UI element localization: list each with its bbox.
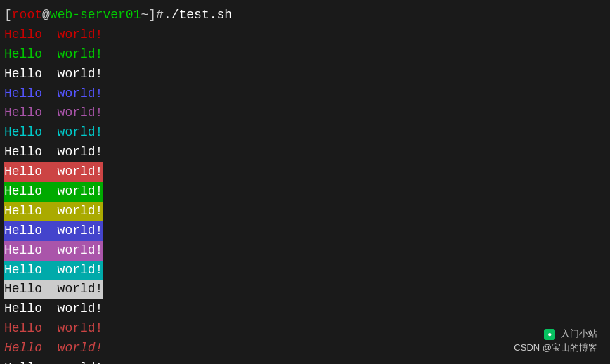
hello-line-17: Hello world! (4, 341, 103, 355)
list-item: Hello world! (4, 261, 606, 280)
at-symbol: @ (42, 6, 50, 25)
bracket-open: [ (4, 6, 12, 25)
list-item: Hello world! (4, 143, 606, 162)
list-item: Hello world! (4, 45, 606, 65)
list-item: Hello world! (4, 162, 606, 182)
hello-line-1: Hello world! (4, 27, 103, 41)
hello-line-16: Hello world! (4, 321, 103, 335)
list-item: Hello world! (4, 241, 606, 261)
hello-line-8: Hello world! (4, 162, 103, 182)
list-item: Hello world! (4, 123, 606, 143)
hello-line-7: Hello world! (4, 145, 103, 159)
hello-line-9: Hello world! (4, 182, 103, 202)
hello-line-3: Hello world! (4, 67, 103, 81)
list-item: Hello world! (4, 84, 606, 104)
user-label: root (12, 6, 42, 25)
list-item: Hello world! (4, 182, 606, 202)
hello-line-4: Hello world! (4, 86, 103, 100)
list-item: Hello world! (4, 299, 606, 319)
hello-line-11: Hello world! (4, 221, 103, 241)
list-item: Hello world! (4, 280, 606, 299)
hello-line-15: Hello world! (4, 301, 103, 316)
hello-line-6: Hello world! (4, 125, 103, 139)
hello-line-18: Hello world! (4, 360, 103, 364)
output-block: Hello world! Hello world! Hello world! H… (4, 25, 606, 364)
watermark-line1: ● 入门小站 (514, 327, 597, 341)
prompt-symbol: # (156, 6, 164, 25)
hello-line-2: Hello world! (4, 47, 103, 61)
hello-line-12: Hello world! (4, 241, 103, 261)
watermark: ● 入门小站 CSDN @宝山的博客 (514, 327, 597, 354)
hello-line-14: Hello world! (4, 280, 103, 299)
list-item: Hello world! (4, 65, 606, 84)
watermark-line2: CSDN @宝山的博客 (514, 341, 597, 355)
wechat-icon: ● (544, 329, 555, 340)
list-item: Hello world! (4, 202, 606, 221)
hello-line-10: Hello world! (4, 202, 103, 221)
hostname-label: web-server01 (50, 6, 141, 25)
bracket-close: ] (148, 6, 156, 25)
list-item: Hello world! (4, 25, 606, 45)
hello-line-13: Hello world! (4, 261, 103, 280)
list-item: Hello world! (4, 221, 606, 241)
list-item: Hello world! (4, 103, 606, 123)
list-item: Hello world! (4, 358, 606, 364)
hello-line-5: Hello world! (4, 105, 103, 119)
command-text: ./test.sh (164, 6, 232, 25)
tilde-label: ~ (141, 6, 148, 25)
prompt-line: [ root @ web-server01 ~ ] # ./test.sh (4, 6, 606, 25)
terminal-window: [ root @ web-server01 ~ ] # ./test.sh He… (0, 0, 610, 364)
